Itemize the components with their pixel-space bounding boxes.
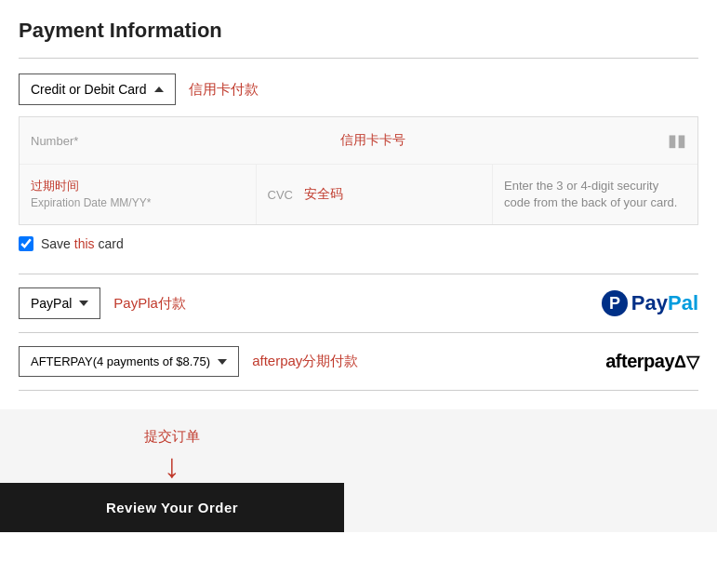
credit-card-label: Credit or Debit Card xyxy=(31,82,147,97)
afterpay-label-cn: afterpay分期付款 xyxy=(252,353,358,370)
afterpay-chevron-down-icon xyxy=(218,359,227,365)
expiry-sublabel: Expiration Date MM/YY* xyxy=(31,196,245,209)
credit-card-selector[interactable]: Credit or Debit Card xyxy=(19,74,176,105)
paypal-selector[interactable]: PayPal xyxy=(19,287,100,319)
afterpay-logo-text: afterpay xyxy=(605,351,674,371)
paypal-row: PayPal PayPla付款 P PayPal xyxy=(19,274,698,333)
paypal-section: PayPal PayPla付款 P PayPal xyxy=(19,274,698,333)
credit-card-label-cn: 信用卡付款 xyxy=(189,81,259,99)
save-card-highlight: this xyxy=(74,236,95,251)
card-number-cell[interactable]: Number* 信用卡卡号 ▮▮ xyxy=(20,117,697,164)
arrow-down-icon: ↓ xyxy=(164,449,180,483)
card-number-row: Number* 信用卡卡号 ▮▮ xyxy=(20,117,697,165)
review-button[interactable]: Review Your Order xyxy=(0,483,344,532)
card-number-label: Number* xyxy=(31,134,78,148)
afterpay-logo: afterpayΔ▽ xyxy=(605,351,698,372)
card-icon: ▮▮ xyxy=(668,130,686,151)
svg-text:P: P xyxy=(609,294,620,313)
card-fields-box: Number* 信用卡卡号 ▮▮ 过期时间 Expiration Date MM… xyxy=(19,116,698,225)
paypal-label-cn: PayPla付款 xyxy=(113,295,186,313)
paypal-selector-label: PayPal xyxy=(31,296,72,311)
paypal-logo-text: PayPal xyxy=(631,291,698,315)
save-card-checkbox[interactable] xyxy=(19,236,33,251)
save-card-label: Save this card xyxy=(41,236,124,251)
cvc-cell[interactable]: CVC 安全码 xyxy=(257,165,494,224)
review-button-label: Review Your Order xyxy=(106,500,238,515)
expiry-cvc-row: 过期时间 Expiration Date MM/YY* CVC 安全码 Ente… xyxy=(20,165,697,224)
afterpay-left: AFTERPAY(4 payments of $8.75) afterpay分期… xyxy=(19,346,358,377)
paypal-logo-icon: P xyxy=(602,290,628,316)
cvc-label: CVC xyxy=(268,188,293,202)
review-button-wrapper: 提交订单 ↓ Review Your Order xyxy=(0,428,344,532)
credit-card-method-row: Credit or Debit Card 信用卡付款 xyxy=(19,74,698,105)
expiry-label-cn: 过期时间 xyxy=(31,178,245,194)
paypal-left: PayPal PayPla付款 xyxy=(19,287,186,319)
security-hint: Enter the 3 or 4-digit security code fro… xyxy=(493,165,697,224)
title-divider xyxy=(19,58,698,59)
submit-label-cn: 提交订单 xyxy=(144,428,200,446)
afterpay-logo-symbol: Δ▽ xyxy=(674,353,698,371)
afterpay-selector-label: AFTERPAY(4 payments of $8.75) xyxy=(31,354,210,368)
bottom-area: 提交订单 ↓ Review Your Order xyxy=(0,428,717,532)
card-number-label-cn: 信用卡卡号 xyxy=(340,132,405,149)
page-title: Payment Information xyxy=(19,19,698,43)
afterpay-row: AFTERPAY(4 payments of $8.75) afterpay分期… xyxy=(19,333,698,391)
save-card-row: Save this card xyxy=(19,236,698,251)
expiry-cell[interactable]: 过期时间 Expiration Date MM/YY* xyxy=(20,165,257,224)
paypal-logo-pal: Pal xyxy=(668,291,698,314)
paypal-logo: P PayPal xyxy=(602,290,698,316)
paypal-logo-pay: Pay xyxy=(631,291,668,314)
bottom-section: 提交订单 ↓ Review Your Order xyxy=(0,409,717,532)
afterpay-selector[interactable]: AFTERPAY(4 payments of $8.75) xyxy=(19,346,239,377)
credit-card-chevron-up-icon xyxy=(154,87,164,92)
cvc-label-cn: 安全码 xyxy=(304,186,343,203)
paypal-chevron-down-icon xyxy=(79,301,88,306)
arrow-label-area: 提交订单 ↓ xyxy=(0,428,344,483)
